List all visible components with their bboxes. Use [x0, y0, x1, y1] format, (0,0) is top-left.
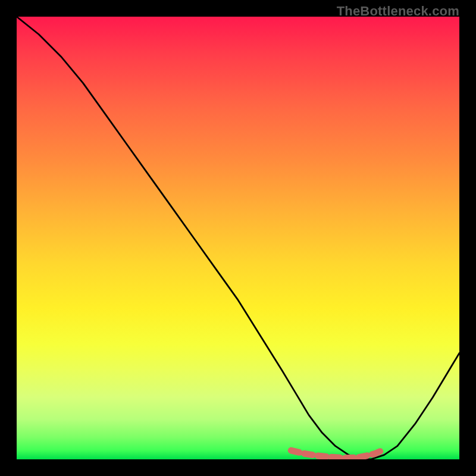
plot-area: [17, 17, 459, 459]
main-curve: [17, 17, 459, 459]
plot-svg: [17, 17, 459, 459]
marker-band: [291, 450, 384, 458]
chart-container: TheBottleneck.com: [0, 0, 476, 476]
watermark-label: TheBottleneck.com: [337, 4, 459, 19]
